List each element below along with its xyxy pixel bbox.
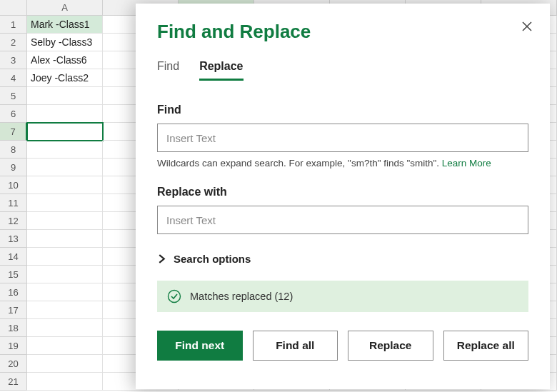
cell[interactable]: Joey -Class2	[27, 69, 103, 87]
search-options-toggle[interactable]: Search options	[157, 253, 528, 265]
cell[interactable]: Alex -Class6	[27, 51, 103, 69]
hint-text: Wildcards can expand search. For example…	[157, 158, 442, 169]
find-all-button[interactable]: Find all	[253, 331, 338, 361]
row-header[interactable]: 10	[0, 176, 27, 194]
cell[interactable]	[27, 248, 103, 266]
cell[interactable]	[27, 301, 103, 319]
row-header[interactable]: 2	[0, 34, 27, 51]
learn-more-link[interactable]: Learn More	[442, 158, 491, 169]
row-header[interactable]: 1	[0, 16, 27, 34]
row-header[interactable]: 9	[0, 159, 27, 176]
row-header[interactable]: 15	[0, 266, 27, 283]
cell[interactable]	[27, 176, 103, 194]
cell[interactable]	[27, 373, 103, 391]
cell[interactable]	[27, 212, 103, 230]
status-text: Matches replaced (12)	[190, 291, 293, 302]
select-all-corner[interactable]	[0, 0, 27, 16]
cell[interactable]: Mark -Class1	[27, 16, 103, 34]
row-header[interactable]: 12	[0, 212, 27, 230]
search-options-label: Search options	[174, 253, 251, 265]
svg-point-0	[169, 291, 181, 303]
tab-find[interactable]: Find	[157, 60, 179, 81]
cell[interactable]	[27, 141, 103, 159]
tabs: Find Replace	[157, 60, 528, 81]
cell[interactable]: Selby -Class3	[27, 34, 103, 51]
replace-label: Replace with	[157, 186, 528, 198]
tab-replace[interactable]: Replace	[199, 60, 243, 81]
cell[interactable]	[27, 355, 103, 373]
cell[interactable]	[27, 159, 103, 176]
row-header[interactable]: 13	[0, 230, 27, 248]
row-header[interactable]: 21	[0, 373, 27, 391]
checkmark-circle-icon	[167, 289, 181, 303]
chevron-right-icon	[157, 254, 166, 263]
row-header[interactable]: 8	[0, 141, 27, 159]
cell[interactable]	[27, 337, 103, 355]
row-header[interactable]: 3	[0, 51, 27, 69]
cell[interactable]	[27, 87, 103, 105]
status-banner: Matches replaced (12)	[157, 281, 528, 312]
row-header[interactable]: 16	[0, 283, 27, 301]
cell[interactable]	[27, 266, 103, 283]
cell[interactable]	[27, 319, 103, 337]
find-next-button[interactable]: Find next	[157, 331, 243, 361]
cell[interactable]	[27, 194, 103, 212]
replace-input[interactable]	[157, 206, 528, 234]
row-header[interactable]: 4	[0, 69, 27, 87]
row-header[interactable]: 14	[0, 248, 27, 266]
cell[interactable]	[27, 230, 103, 248]
cell[interactable]	[27, 283, 103, 301]
row-header[interactable]: 11	[0, 194, 27, 212]
find-replace-dialog: Find and Replace Find Replace Find Wildc…	[136, 4, 550, 389]
close-icon	[522, 21, 532, 31]
cell[interactable]	[27, 123, 103, 141]
find-label: Find	[157, 104, 528, 116]
close-button[interactable]	[517, 16, 537, 36]
row-header[interactable]: 6	[0, 105, 27, 123]
row-header[interactable]: 18	[0, 319, 27, 337]
dialog-title: Find and Replace	[157, 21, 528, 43]
find-input[interactable]	[157, 124, 528, 152]
column-header-A[interactable]: A	[27, 0, 103, 16]
row-header[interactable]: 5	[0, 87, 27, 105]
row-header[interactable]: 7	[0, 123, 27, 141]
replace-all-button[interactable]: Replace all	[443, 331, 529, 361]
cell[interactable]	[27, 105, 103, 123]
wildcard-hint: Wildcards can expand search. For example…	[157, 158, 528, 169]
row-header[interactable]: 20	[0, 355, 27, 373]
replace-button[interactable]: Replace	[348, 331, 433, 361]
row-header[interactable]: 19	[0, 337, 27, 355]
row-header[interactable]: 17	[0, 301, 27, 319]
button-row: Find next Find all Replace Replace all	[157, 331, 528, 361]
